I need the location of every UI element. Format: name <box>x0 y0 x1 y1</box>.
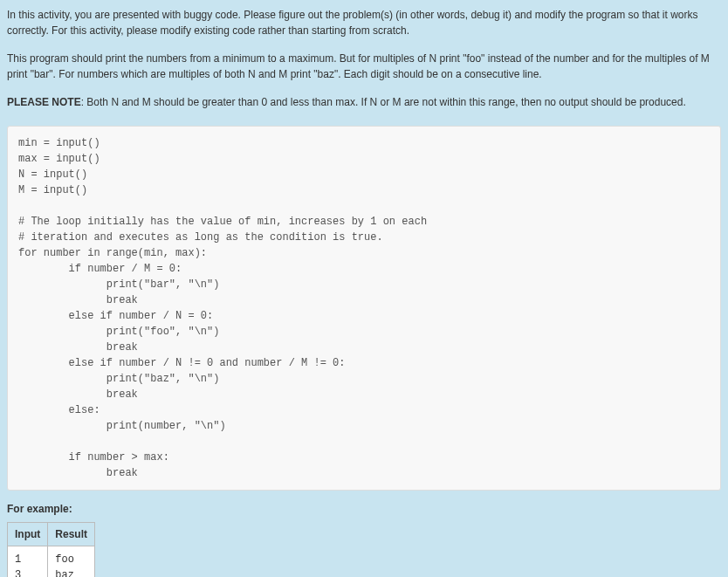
instruction-paragraph-2: This program should print the numbers fr… <box>7 51 721 82</box>
instruction-paragraph-1: In this activity, you are presented with… <box>7 7 721 38</box>
instruction-note: PLEASE NOTE: Both N and M should be grea… <box>7 94 721 110</box>
note-label: PLEASE NOTE <box>7 96 81 108</box>
example-table: Input Result 1 3 1 2 foo baz foo <box>7 522 95 577</box>
table-row: 1 3 1 2 foo baz foo <box>8 546 95 578</box>
code-block: min = input() max = input() N = input() … <box>7 126 721 491</box>
table-header-input: Input <box>8 523 48 546</box>
example-result-cell: foo baz foo <box>48 546 95 578</box>
table-header-result: Result <box>48 523 95 546</box>
instructions-block: In this activity, you are presented with… <box>7 7 721 110</box>
note-text: : Both N and M should be greater than 0 … <box>81 96 686 108</box>
example-label: For example: <box>7 503 721 515</box>
example-input-cell: 1 3 1 2 <box>8 546 48 578</box>
